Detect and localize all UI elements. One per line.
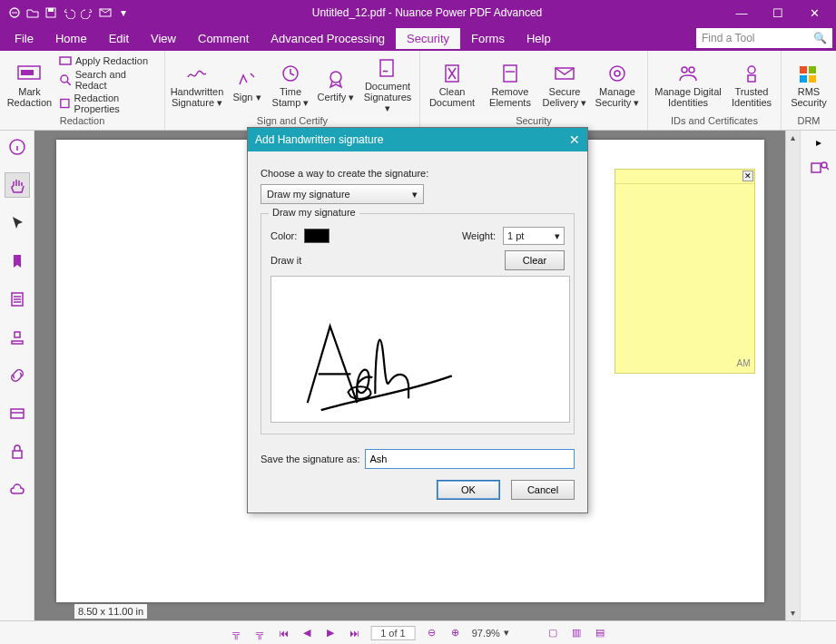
handwritten-signature-button[interactable]: Handwritten Signature ▾ (171, 61, 223, 108)
page-tool-icon[interactable] (5, 287, 30, 312)
scroll-down-icon[interactable]: ▾ (786, 606, 800, 620)
left-toolbar (0, 131, 34, 620)
svg-rect-2 (48, 8, 54, 12)
menu-advanced[interactable]: Advanced Processing (260, 28, 396, 49)
maximize-button[interactable]: ☐ (760, 1, 796, 24)
doc-signatures-button[interactable]: Document Signatures ▾ (361, 55, 414, 113)
next-page-icon[interactable]: ▶ (323, 626, 338, 640)
svg-rect-11 (380, 60, 393, 76)
svg-rect-21 (800, 66, 807, 73)
right-toolbar: ▸ (800, 131, 836, 620)
menu-help[interactable]: Help (516, 28, 562, 49)
minimize-button[interactable]: — (723, 1, 760, 24)
zoom-in-icon[interactable]: ⊕ (448, 626, 463, 640)
thumb-view-icon[interactable]: ╦ (229, 626, 243, 640)
chevron-down-icon: ▾ (412, 189, 418, 200)
menu-file[interactable]: File (4, 28, 44, 49)
manage-security-button[interactable]: Manage Security ▾ (593, 61, 642, 108)
apply-redaction-button[interactable]: Apply Redaction (59, 54, 148, 67)
note-close-icon[interactable]: ✕ (743, 171, 753, 181)
weight-select[interactable]: 1 pt▾ (503, 227, 565, 245)
menu-comment[interactable]: Comment (187, 28, 260, 49)
lock-tool-icon[interactable] (5, 439, 30, 464)
undo-icon[interactable] (62, 5, 76, 20)
view-mode2-icon[interactable]: ▥ (569, 626, 584, 640)
panel-search-icon[interactable] (809, 158, 829, 178)
zoom-level[interactable]: 97.9% ▾ (472, 627, 509, 639)
find-tool-input[interactable]: Find a Tool 🔍 (696, 28, 832, 48)
ribbon-group-security: Security (426, 115, 642, 128)
dialog-titlebar[interactable]: Add Handwritten signature ✕ (248, 128, 587, 151)
app-icon (7, 5, 22, 20)
qat-dropdown-icon[interactable]: ▾ (116, 5, 131, 20)
link-tool-icon[interactable] (5, 363, 30, 388)
vertical-scrollbar[interactable]: ▴ ▾ (785, 131, 800, 620)
thumb-view2-icon[interactable]: ╦ (252, 626, 267, 640)
menu-home[interactable]: Home (44, 28, 98, 49)
find-tool-placeholder: Find a Tool (702, 32, 754, 44)
manage-identities-button[interactable]: Manage Digital Identities (654, 61, 723, 108)
color-picker[interactable] (304, 229, 329, 243)
form-tool-icon[interactable] (5, 401, 30, 426)
svg-point-10 (330, 72, 341, 83)
secure-delivery-button[interactable]: Secure Delivery ▾ (542, 61, 587, 108)
open-icon[interactable] (25, 5, 40, 20)
ok-button[interactable]: OK (437, 480, 500, 500)
svg-rect-8 (61, 99, 69, 107)
signature-name-input[interactable] (365, 449, 575, 469)
prev-page-icon[interactable]: ◀ (300, 626, 314, 640)
view-mode1-icon[interactable]: ▢ (546, 626, 560, 640)
rms-security-button[interactable]: RMS Security (787, 61, 831, 108)
chevron-down-icon: ▾ (555, 230, 560, 242)
search-icon: 🔍 (813, 32, 827, 44)
first-page-icon[interactable]: ⏮ (276, 626, 290, 640)
clean-document-button[interactable]: Clean Document (426, 61, 478, 108)
add-signature-dialog: Add Handwritten signature ✕ Choose a way… (247, 127, 588, 513)
page-indicator[interactable]: 1 of 1 (370, 626, 416, 640)
svg-point-7 (61, 75, 68, 83)
save-icon[interactable] (44, 5, 58, 20)
sticky-note[interactable]: ✕ AM (615, 169, 755, 374)
svg-point-19 (748, 66, 755, 73)
search-redact-button[interactable]: Search and Redact (59, 69, 159, 91)
cancel-button[interactable]: Cancel (511, 480, 575, 500)
svg-rect-29 (811, 163, 821, 172)
remove-elements-button[interactable]: Remove Elements (484, 61, 536, 108)
dialog-close-icon[interactable]: ✕ (569, 132, 580, 147)
svg-rect-28 (13, 451, 22, 458)
close-button[interactable]: ✕ (796, 1, 832, 24)
stamp-tool-icon[interactable] (5, 325, 30, 350)
menu-view[interactable]: View (140, 28, 187, 49)
scroll-up-icon[interactable]: ▴ (786, 131, 800, 145)
mark-redaction-button[interactable]: Mark Redaction (5, 61, 54, 108)
group-legend: Draw my signature (269, 207, 359, 218)
trusted-identities-button[interactable]: Trusted Identities (728, 61, 775, 108)
svg-rect-20 (748, 75, 755, 82)
drawit-label: Draw it (270, 255, 301, 266)
svg-rect-27 (11, 409, 24, 418)
svg-rect-24 (809, 75, 816, 83)
cloud-tool-icon[interactable] (5, 477, 30, 503)
zoom-out-icon[interactable]: ⊖ (425, 626, 439, 640)
sign-button[interactable]: Sign ▾ (229, 66, 265, 102)
select-tool-icon[interactable] (5, 210, 30, 236)
redaction-props-button[interactable]: Redaction Properties (59, 93, 159, 114)
svg-point-16 (615, 71, 620, 76)
menu-security[interactable]: Security (396, 28, 460, 49)
redo-icon[interactable] (80, 5, 94, 20)
signature-method-select[interactable]: Draw my signature ▾ (261, 184, 424, 204)
info-tool-icon[interactable] (5, 134, 30, 160)
svg-rect-23 (800, 75, 807, 83)
menu-forms[interactable]: Forms (460, 28, 516, 49)
menu-edit[interactable]: Edit (98, 28, 140, 49)
last-page-icon[interactable]: ⏭ (347, 626, 361, 640)
hand-tool-icon[interactable] (5, 172, 30, 198)
clear-button[interactable]: Clear (505, 250, 565, 270)
mail-icon[interactable] (98, 5, 113, 20)
signature-canvas[interactable] (270, 276, 570, 423)
view-mode3-icon[interactable]: ▤ (593, 626, 607, 640)
certify-button[interactable]: Certify ▾ (316, 66, 356, 102)
right-expand-icon[interactable]: ▸ (816, 136, 821, 149)
bookmark-tool-icon[interactable] (5, 249, 30, 274)
timestamp-button[interactable]: Time Stamp ▾ (270, 61, 310, 108)
